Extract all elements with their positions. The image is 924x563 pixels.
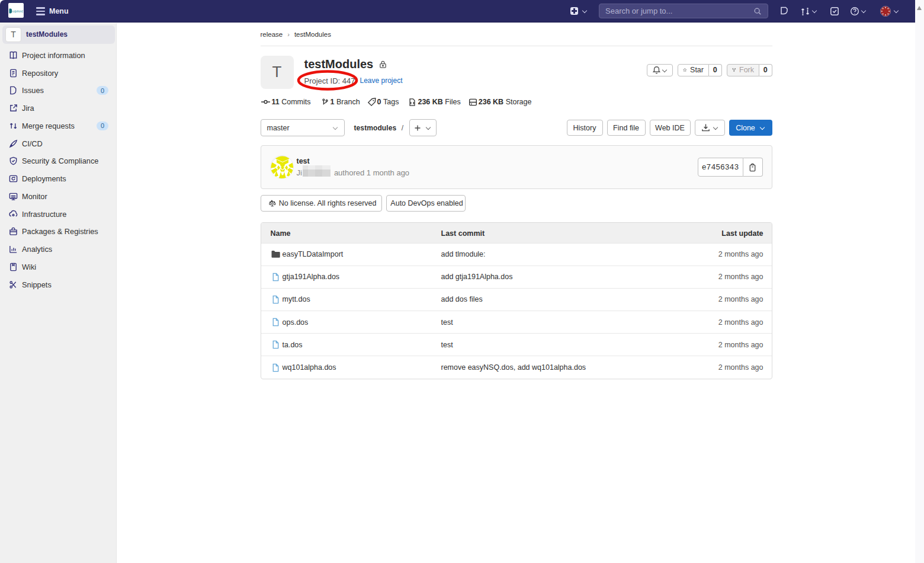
svg-text:olphinDB: olphinDB bbox=[12, 9, 23, 13]
